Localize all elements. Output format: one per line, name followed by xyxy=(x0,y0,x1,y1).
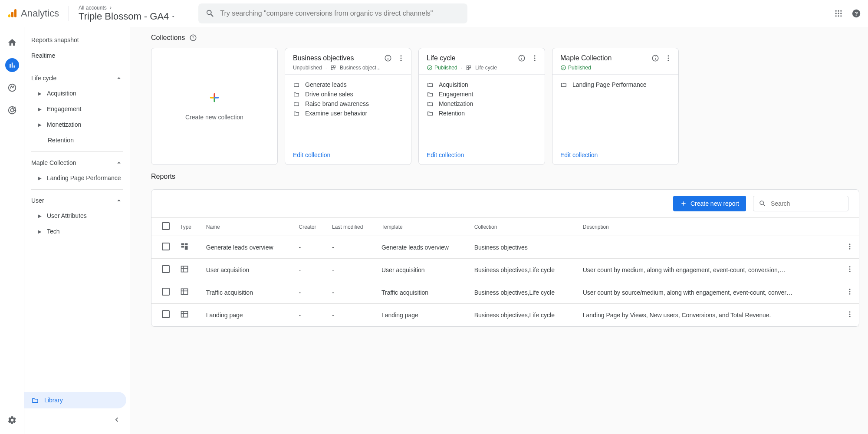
edit-collection-link[interactable]: Edit collection xyxy=(427,151,464,158)
select-all-checkbox[interactable] xyxy=(162,222,170,230)
row-checkbox[interactable] xyxy=(162,265,170,273)
svg-point-55 xyxy=(849,266,851,267)
collection-item[interactable]: Drive online sales xyxy=(293,89,403,99)
table-header[interactable]: Type xyxy=(175,218,201,236)
sidebar-reports-snapshot[interactable]: Reports snapshot xyxy=(24,32,130,48)
collection-meta: Published xyxy=(560,65,651,71)
library-icon xyxy=(31,396,39,404)
table-header[interactable]: Description xyxy=(578,218,841,236)
rail-advertising[interactable] xyxy=(5,103,19,117)
sidebar-item-user-attrs[interactable]: ▶User Attributes xyxy=(24,208,130,224)
create-collection-card[interactable]: Create new collection xyxy=(151,48,278,165)
info-icon[interactable] xyxy=(384,54,392,62)
collection-item[interactable]: Acquisition xyxy=(427,80,537,89)
svg-point-8 xyxy=(840,13,842,14)
rail-home[interactable] xyxy=(5,36,19,49)
more-vert-icon[interactable] xyxy=(846,243,854,250)
account-switcher[interactable]: All accounts Triple Blossom - GA4 xyxy=(79,5,176,22)
apps-icon[interactable] xyxy=(834,9,843,18)
svg-rect-48 xyxy=(185,246,188,250)
svg-point-68 xyxy=(849,314,851,315)
table-row[interactable]: Generate leads overview - - Generate lea… xyxy=(151,236,859,259)
collection-item[interactable]: Monetization xyxy=(427,99,537,108)
overview-type-icon xyxy=(180,242,189,251)
table-header[interactable]: Collection xyxy=(469,218,578,236)
svg-point-27 xyxy=(401,60,402,61)
sidebar-item-retention[interactable]: Retention xyxy=(24,132,130,148)
more-vert-icon[interactable] xyxy=(397,54,405,62)
sidebar-realtime[interactable]: Realtime xyxy=(24,48,130,63)
more-vert-icon[interactable] xyxy=(531,54,539,62)
breadcrumb-parent: All accounts xyxy=(79,5,107,11)
table-row[interactable]: Traffic acquisition - - Traffic acquisit… xyxy=(151,281,859,304)
row-checkbox[interactable] xyxy=(162,243,170,250)
table-row[interactable]: User acquisition - - User acquisition Bu… xyxy=(151,259,859,281)
row-checkbox[interactable] xyxy=(162,288,170,296)
svg-point-14 xyxy=(8,84,16,92)
edit-collection-link[interactable]: Edit collection xyxy=(293,151,330,158)
sidebar-section-user[interactable]: User xyxy=(24,193,130,208)
svg-point-26 xyxy=(401,58,402,59)
rail-reports[interactable] xyxy=(5,58,19,72)
help-icon[interactable]: ? xyxy=(189,34,197,42)
table-header[interactable]: Template xyxy=(376,218,469,236)
collapse-icon: ▶ xyxy=(38,176,42,181)
sidebar-item-tech[interactable]: ▶Tech xyxy=(24,224,130,239)
collection-item[interactable]: Landing Page Performance xyxy=(560,80,671,89)
more-vert-icon[interactable] xyxy=(846,310,854,318)
svg-point-41 xyxy=(655,56,656,57)
rail-admin[interactable] xyxy=(5,413,19,427)
more-vert-icon[interactable] xyxy=(846,288,854,296)
report-modified: - xyxy=(327,304,376,326)
collection-item-label: Generate leads xyxy=(305,81,347,88)
table-header[interactable]: Last modified xyxy=(327,218,376,236)
sidebar-item-acquisition[interactable]: ▶Acquisition xyxy=(24,85,130,101)
report-search-input[interactable] xyxy=(771,200,843,207)
collection-item[interactable]: Engagement xyxy=(427,89,537,99)
report-name: Landing page xyxy=(201,304,294,326)
report-description xyxy=(578,236,841,259)
svg-point-37 xyxy=(534,60,536,61)
sidebar-section-maple[interactable]: Maple Collection xyxy=(24,155,130,170)
search-input[interactable] xyxy=(220,10,460,17)
svg-rect-47 xyxy=(181,246,184,247)
sidebar-item-monetization[interactable]: ▶Monetization xyxy=(24,117,130,132)
rail-explore[interactable] xyxy=(5,81,19,95)
table-row[interactable]: Landing page - - Landing page Business o… xyxy=(151,304,859,326)
report-name: Generate leads overview xyxy=(201,236,294,259)
svg-rect-64 xyxy=(181,311,188,317)
table-header[interactable]: Creator xyxy=(294,218,327,236)
svg-rect-0 xyxy=(8,14,10,17)
folder-icon xyxy=(293,91,300,98)
sidebar-item-landing-page[interactable]: ▶Landing Page Performance xyxy=(24,170,130,186)
collection-item[interactable]: Raise brand awareness xyxy=(293,99,403,108)
collection-item-label: Drive online sales xyxy=(305,91,353,98)
info-icon[interactable] xyxy=(651,54,659,62)
help-icon[interactable]: ? xyxy=(852,9,861,18)
collection-item[interactable]: Retention xyxy=(427,108,537,118)
more-vert-icon[interactable] xyxy=(846,265,854,273)
search-bar[interactable] xyxy=(198,3,467,23)
sidebar-library[interactable]: Library xyxy=(24,392,126,408)
report-search[interactable] xyxy=(753,196,848,211)
divider xyxy=(31,67,123,67)
collection-item-label: Monetization xyxy=(439,100,473,107)
sidebar-collapse-button[interactable] xyxy=(104,412,130,429)
detail-type-icon xyxy=(180,310,189,319)
template-icon xyxy=(330,65,336,71)
collection-item-label: Examine user behavior xyxy=(305,110,367,117)
sidebar-section-life-cycle[interactable]: Life cycle xyxy=(24,71,130,85)
info-icon[interactable] xyxy=(518,54,526,62)
sidebar-item-engagement[interactable]: ▶Engagement xyxy=(24,101,130,117)
table-header[interactable]: Name xyxy=(201,218,294,236)
divider xyxy=(69,6,69,21)
collection-item[interactable]: Generate leads xyxy=(293,80,403,89)
row-checkbox[interactable] xyxy=(162,310,170,318)
edit-collection-link[interactable]: Edit collection xyxy=(560,151,598,158)
svg-point-44 xyxy=(668,60,669,61)
reports-title: Reports xyxy=(151,173,175,181)
collection-item[interactable]: Examine user behavior xyxy=(293,108,403,118)
create-report-button[interactable]: Create new report xyxy=(673,196,746,211)
more-vert-icon[interactable] xyxy=(664,54,672,62)
analytics-logo[interactable]: Analytics xyxy=(7,8,59,19)
